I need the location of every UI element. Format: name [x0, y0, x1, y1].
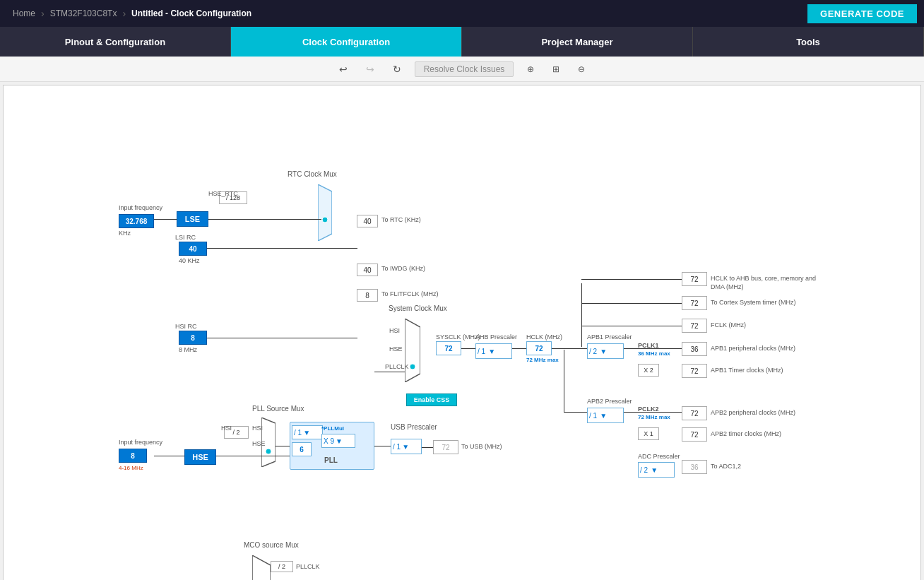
mco-mux-shape[interactable]: [252, 555, 271, 580]
svg-marker-0: [318, 184, 332, 241]
apb1-timer-label: APB1 Timer clocks (MHz): [711, 367, 783, 374]
pll-div1-select[interactable]: / 1▼: [292, 425, 323, 439]
khz-label: KHz: [119, 230, 131, 237]
apb1-x2-box: X 2: [638, 364, 659, 377]
app-container: Home › STM32F103C8Tx › Untitled - Clock …: [0, 0, 924, 580]
line-hclk-ahb: [581, 279, 682, 280]
to-usb-label: To USB (MHz): [461, 443, 502, 450]
top-nav: Home › STM32F103C8Tx › Untitled - Clock …: [0, 0, 924, 27]
mco-div2-box: / 2: [271, 561, 293, 572]
line-hclk-apb1: [552, 348, 587, 349]
breadcrumb-home[interactable]: Home: [7, 6, 41, 21]
hse-mux-label: HSE: [389, 345, 403, 353]
breadcrumb-mcu[interactable]: STM32F103C8Tx: [45, 6, 123, 21]
input-freq-label-2: Input frequency: [119, 439, 162, 446]
rtc-mux-title: RTC Clock Mux: [288, 170, 337, 178]
pll-area: / 1▼ 6 *PLLMul X 9▼ PLL: [290, 422, 374, 470]
mco-source-title: MCO source Mux: [244, 541, 299, 549]
line-hse-2: [216, 456, 290, 456]
undo-button[interactable]: ↩: [334, 61, 353, 78]
pll-source-title: PLL Source Mux: [252, 405, 304, 413]
input-freq-label-1: Input frequency: [119, 204, 162, 211]
hclk-value-box[interactable]: 72: [526, 341, 552, 355]
redo-button[interactable]: ↪: [361, 61, 379, 78]
svg-point-3: [410, 364, 415, 369]
breadcrumb-config[interactable]: Untitled - Clock Configuration: [126, 6, 257, 21]
lse-value-box[interactable]: 32.768: [119, 214, 154, 228]
tab-tools[interactable]: Tools: [693, 27, 924, 57]
zoom-out-button[interactable]: ⊖: [573, 61, 590, 77]
clock-diagram-canvas: Input frequency 32.768 KHz LSE LSI RC 40…: [3, 85, 921, 580]
sys-mux-shape[interactable]: [405, 319, 420, 382]
svg-point-1: [322, 217, 328, 223]
line-pllmux-div: [276, 446, 290, 446]
adc-prescaler-select[interactable]: / 2▼: [638, 462, 675, 478]
rtc-mux-shape[interactable]: [318, 184, 332, 241]
apb2-peri-label: APB2 peripheral clocks (MHz): [711, 409, 795, 416]
hse-mhz-label: 4-16 MHz: [119, 465, 143, 471]
system-mux-title: System Clock Mux: [389, 304, 447, 312]
adc-label: To ADC1,2: [711, 463, 741, 470]
zoom-in-button[interactable]: ⊕: [522, 61, 539, 77]
sysclk-label: SYSCLK (MHz): [436, 333, 480, 341]
lsi-value-box[interactable]: 40: [179, 242, 207, 256]
hclk-ahb-value: 72: [682, 272, 707, 286]
line-hclk-right-v: [581, 283, 582, 347]
resolve-clock-button[interactable]: Resolve Clock Issues: [415, 61, 514, 77]
line-lse-1: [154, 219, 177, 220]
tab-clock[interactable]: Clock Configuration: [231, 27, 462, 57]
breadcrumb: Home › STM32F103C8Tx › Untitled - Clock …: [7, 6, 257, 21]
refresh-button[interactable]: ↻: [388, 61, 406, 78]
usb-prescaler-title: USB Prescaler: [391, 423, 437, 431]
line-sysclk-ahb: [461, 348, 475, 349]
sysclk-value-box[interactable]: 72: [436, 341, 461, 355]
rtc-output-value: 40: [357, 215, 378, 227]
lsi-khz-label: 40 KHz: [179, 257, 200, 264]
line-pll-sys: [374, 372, 405, 372]
pll-input-value[interactable]: 6: [292, 442, 312, 456]
ahb-prescaler-label: AHB Prescaler: [475, 333, 517, 341]
line-fclk: [581, 326, 682, 326]
hsi-mux-label: HSI: [389, 327, 400, 334]
generate-code-button[interactable]: GENERATE CODE: [807, 4, 917, 23]
apb2-x1-box: X 1: [638, 427, 659, 440]
to-rtc-label: To RTC (KHz): [381, 216, 421, 223]
pll-label: PLL: [324, 456, 338, 464]
hclk-ahb-label: HCLK to AHB bus, core, memory and DMA (M…: [711, 274, 817, 291]
ahb-prescaler-select[interactable]: / 1▼: [475, 343, 512, 359]
hsi-mhz-label: 8 MHz: [179, 346, 197, 353]
apb2-prescaler-select[interactable]: / 1▼: [587, 408, 624, 423]
svg-marker-2: [405, 319, 420, 382]
usb-value-box: 72: [433, 440, 458, 454]
flit-output-value: 8: [357, 289, 378, 302]
line-hclk-apb2-h: [564, 412, 587, 413]
pll-mul-select[interactable]: X 9▼: [321, 434, 355, 448]
apb1-prescaler-select[interactable]: / 2▼: [587, 343, 624, 359]
line-lsi: [207, 248, 357, 249]
hse-input-value-box[interactable]: 8: [119, 449, 147, 463]
apb1-peri-value: 36: [682, 342, 707, 356]
clock-diagram: Input frequency 32.768 KHz LSE LSI RC 40…: [4, 85, 920, 580]
to-iwdg-label: To IWDG (KHz): [381, 265, 425, 272]
fit-button[interactable]: ⊞: [547, 61, 564, 77]
lse-block[interactable]: LSE: [177, 211, 208, 227]
to-flit-label: To FLITFCLK (MHz): [381, 290, 439, 297]
line-hse-1: [154, 456, 184, 456]
usb-prescaler-select[interactable]: / 1▼: [391, 439, 422, 454]
hsi-value-box[interactable]: 8: [179, 331, 207, 345]
hse-block[interactable]: HSE: [184, 449, 216, 465]
line-ahb-hclk: [512, 348, 526, 349]
line-apb1-pclk1: [624, 348, 682, 349]
svg-point-5: [266, 449, 271, 454]
svg-marker-6: [252, 555, 271, 580]
iwdg-output-value: 40: [357, 264, 378, 276]
hsi-pll-mux-label: HSI: [252, 425, 263, 432]
line-cortex: [581, 303, 682, 304]
tab-pinout[interactable]: Pinout & Configuration: [0, 27, 231, 57]
tab-project[interactable]: Project Manager: [462, 27, 693, 57]
enable-css-button[interactable]: Enable CSS: [406, 393, 457, 406]
hse-pll-mux-label: HSE: [252, 440, 266, 447]
apb1-timer-value: 72: [682, 364, 707, 378]
apb1-peri-label: APB1 peripheral clocks (MHz): [711, 345, 795, 352]
cortex-value: 72: [682, 296, 707, 310]
